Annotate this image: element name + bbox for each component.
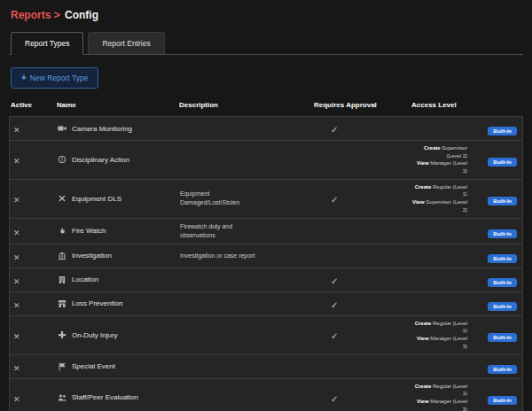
approval-check-icon: ✓ <box>331 276 338 286</box>
active-toggle-icon[interactable]: ✕ <box>12 126 20 135</box>
access-level-cell <box>411 276 476 283</box>
report-type-description <box>178 390 313 406</box>
access-level-cell: Create Regular (Level 1)View Manager (Le… <box>411 379 476 411</box>
access-level-cell <box>411 363 476 370</box>
approval-check-icon: ✓ <box>331 195 338 205</box>
table-row[interactable]: ✕Special EventBuilt-In <box>9 354 523 379</box>
people-icon <box>58 393 66 402</box>
access-level-cell: Create Regular (Level 1)View Manager (Le… <box>411 316 476 354</box>
access-level-line: View Supervisor (Level 2) <box>412 198 467 213</box>
active-toggle-icon[interactable]: ✕ <box>12 229 20 237</box>
access-level-line: Create Regular (Level 1) <box>412 320 467 335</box>
report-type-description <box>178 358 313 374</box>
column-name: Name <box>55 101 177 109</box>
report-type-description <box>178 272 313 288</box>
access-level-line: View Manager (Level 3) <box>412 159 467 174</box>
approval-check-icon: ✓ <box>331 394 338 404</box>
built-in-badge: Built-In <box>488 302 517 311</box>
access-level-line: Create Regular (Level 1) <box>412 383 467 398</box>
active-toggle-icon[interactable]: ✕ <box>12 395 20 404</box>
built-in-badge: Built-In <box>488 197 517 206</box>
built-in-badge: Built-In <box>488 365 517 374</box>
report-type-name: Loss Prevention <box>72 299 122 307</box>
table-row[interactable]: ✕Equipment DLSEquipment Damaged/Lost/Sto… <box>9 179 523 219</box>
built-in-badge: Built-In <box>488 278 517 287</box>
report-type-name: Investigation <box>72 252 112 260</box>
built-in-badge: Built-In <box>488 229 517 238</box>
built-in-badge: Built-In <box>488 396 517 405</box>
built-in-badge: Built-In <box>488 333 517 342</box>
requires-approval-cell <box>313 156 411 163</box>
breadcrumb: Reports > Config <box>11 9 523 21</box>
breadcrumb-reports-link[interactable]: Reports <box>11 9 51 21</box>
access-level-cell: Create Supervisor (Level 2)View Manager … <box>411 141 476 179</box>
requires-approval-cell: ✓ <box>313 386 411 409</box>
tab-report-entries[interactable]: Report Entries <box>88 32 164 54</box>
tab-report-types[interactable]: Report Types <box>11 32 83 55</box>
active-toggle-icon[interactable]: ✕ <box>12 253 20 262</box>
report-type-name: Disciplinary Action <box>72 156 129 164</box>
access-level-cell <box>411 252 476 260</box>
report-type-name: Staff/Peer Evaluation <box>72 393 138 401</box>
column-description: Description <box>177 101 312 109</box>
approval-check-icon: ✓ <box>331 331 338 341</box>
camera-icon <box>58 124 66 133</box>
table-row[interactable]: ✕Camera Monitoring✓Built-In <box>9 116 523 141</box>
bank-icon <box>58 252 66 260</box>
report-type-name: Camera Monitoring <box>72 125 132 133</box>
new-report-type-button[interactable]: + New Report Type <box>11 67 98 89</box>
table-row[interactable]: ✕Location✓Built-In <box>9 268 523 292</box>
report-type-description <box>178 151 313 167</box>
active-toggle-icon[interactable]: ✕ <box>12 277 20 286</box>
report-type-description <box>178 296 313 312</box>
report-type-description: Equipment Damaged/Lost/Stolen <box>178 186 313 211</box>
breadcrumb-current-page: Config <box>65 9 98 21</box>
requires-approval-cell <box>313 363 411 370</box>
report-type-name: On-Duty Injury <box>72 331 118 339</box>
active-toggle-icon[interactable]: ✕ <box>12 364 20 373</box>
report-type-name: Special Event <box>72 362 115 370</box>
table-row[interactable]: ✕On-Duty Injury✓Create Regular (Level 1)… <box>9 315 523 355</box>
requires-approval-cell: ✓ <box>313 117 411 140</box>
flag-icon <box>58 362 66 371</box>
requires-approval-cell <box>313 228 411 235</box>
column-active: Active <box>9 101 55 109</box>
active-toggle-icon[interactable]: ✕ <box>12 301 20 310</box>
access-level-cell <box>411 228 476 235</box>
report-type-description: Firewatch duty and observations <box>178 219 313 244</box>
requires-approval-cell: ✓ <box>313 292 411 315</box>
built-in-badge: Built-In <box>488 254 517 263</box>
approval-check-icon: ✓ <box>331 300 338 310</box>
built-in-badge: Built-In <box>488 127 517 136</box>
tab-bar: Report Types Report Entries <box>9 32 523 55</box>
access-level-cell <box>411 125 476 132</box>
report-type-name: Location <box>72 275 98 283</box>
access-level-cell: Create Regular (Level 1)View Supervisor … <box>411 180 476 218</box>
requires-approval-cell: ✓ <box>313 268 411 291</box>
plus-icon: + <box>21 74 27 82</box>
table-row[interactable]: ✕Staff/Peer Evaluation✓Create Regular (L… <box>9 378 523 411</box>
table-row[interactable]: ✕Loss Prevention✓Built-In <box>9 291 523 316</box>
report-type-description <box>178 120 313 136</box>
access-level-line: Create Regular (Level 1) <box>412 183 467 198</box>
report-types-table-body: ✕Camera Monitoring✓Built-In✕Disciplinary… <box>9 116 523 411</box>
access-level-line: View Manager (Level 3) <box>412 335 467 350</box>
table-row[interactable]: ✕Disciplinary ActionCreate Supervisor (L… <box>9 140 523 180</box>
report-type-name: Equipment DLS <box>72 195 121 203</box>
built-in-badge: Built-In <box>488 158 517 167</box>
breadcrumb-separator: > <box>54 9 60 21</box>
table-header: Active Name Description Requires Approva… <box>9 101 523 117</box>
report-type-description <box>178 327 313 343</box>
table-row[interactable]: ✕Fire WatchFirewatch duty and observatio… <box>9 218 523 244</box>
new-report-type-label: New Report Type <box>30 74 89 82</box>
column-requires-approval: Requires Approval <box>312 101 410 109</box>
report-type-name: Fire Watch <box>72 227 106 235</box>
report-type-description: Investigation or case report <box>178 248 313 264</box>
report-config-page: Reports > Config Report Types Report Ent… <box>0 0 532 411</box>
table-row[interactable]: ✕InvestigationInvestigation or case repo… <box>9 244 523 268</box>
active-toggle-icon[interactable]: ✕ <box>12 332 20 341</box>
active-toggle-icon[interactable]: ✕ <box>12 196 20 205</box>
active-toggle-icon[interactable]: ✕ <box>12 157 20 166</box>
column-access-level: Access Level <box>410 101 477 109</box>
access-level-cell <box>411 300 476 307</box>
